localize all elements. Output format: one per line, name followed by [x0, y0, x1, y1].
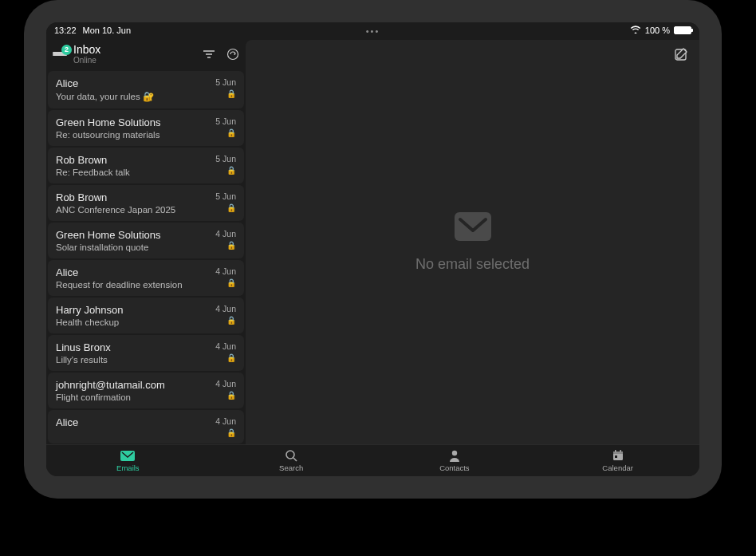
email-date: 4 Jun [215, 341, 236, 351]
nav-label: Emails [116, 463, 140, 472]
email-sender: Harry Johnson [56, 304, 215, 316]
svg-point-9 [452, 450, 457, 455]
email-item[interactable]: johnright@tutamail.comFlight confirmatio… [48, 373, 244, 408]
bottom-nav: Emails Search Contacts Calendar [46, 444, 699, 476]
email-list[interactable]: AliceYour data, your rules 🔐5 Jun🔒Green … [46, 71, 246, 444]
lock-icon: 🔒 [226, 279, 236, 287]
wifi-icon [630, 26, 641, 35]
email-date: 4 Jun [215, 379, 236, 388]
lock-icon: 🔒 [226, 429, 236, 437]
email-sender: johnright@tutamail.com [56, 379, 215, 391]
lock-icon: 🔒 [226, 204, 236, 212]
svg-point-7 [286, 451, 294, 459]
status-bar: 13:22 Mon 10. Jun ••• 100 % [46, 22, 699, 38]
email-item[interactable]: Harry JohnsonHealth checkup4 Jun🔒 [48, 298, 244, 333]
lock-icon: 🔒 [226, 167, 236, 175]
nav-label: Calendar [602, 463, 633, 472]
nav-search[interactable]: Search [210, 445, 373, 476]
email-sender: Rob Brown [56, 154, 215, 166]
email-date: 4 Jun [215, 266, 236, 276]
empty-state-text: No email selected [415, 256, 530, 273]
sidebar: 2 Inbox Online [46, 38, 246, 444]
calendar-icon [612, 450, 624, 462]
svg-rect-11 [613, 452, 623, 454]
email-subject: Lilly's results [56, 355, 215, 365]
svg-rect-14 [615, 455, 617, 458]
mail-icon [120, 450, 135, 462]
email-item[interactable]: AliceRequest for deadline extension4 Jun… [48, 260, 244, 296]
email-subject: Solar installation quote [56, 243, 215, 252]
email-sender: Alice [56, 416, 215, 428]
email-subject: Re: Feedback talk [56, 168, 215, 177]
mail-icon [454, 211, 492, 245]
email-date: 5 Jun [215, 77, 236, 87]
lock-icon: 🔒 [226, 354, 236, 362]
unread-badge: 2 [61, 45, 72, 55]
lock-icon: 🔒 [226, 129, 236, 137]
email-sender: Green Home Solutions [56, 116, 215, 128]
nav-contacts[interactable]: Contacts [373, 445, 537, 476]
battery-pct: 100 % [645, 26, 670, 35]
email-sender: Linus Bronx [56, 341, 215, 353]
email-sender: Rob Brown [56, 191, 215, 203]
content-pane: No email selected [246, 40, 699, 444]
inbox-title: Inbox [73, 43, 196, 56]
svg-rect-13 [620, 450, 621, 452]
svg-point-3 [228, 49, 238, 59]
email-subject: Health checkup [56, 317, 215, 327]
lock-icon: 🔒 [226, 317, 236, 325]
email-item[interactable]: Rob BrownANC Conference Japan 20255 Jun🔒 [48, 185, 244, 221]
email-date: 4 Jun [215, 229, 236, 239]
battery-icon [674, 26, 691, 34]
nav-label: Contacts [439, 463, 470, 472]
email-item[interactable]: Linus BronxLilly's results4 Jun🔒 [48, 335, 244, 371]
connection-status: Online [73, 56, 196, 65]
lock-icon: 🔒 [226, 392, 236, 400]
lock-icon: 🔒 [226, 90, 236, 98]
email-date: 5 Jun [215, 191, 236, 201]
svg-line-8 [293, 458, 297, 461]
nav-emails[interactable]: Emails [46, 445, 210, 476]
email-item[interactable]: Rob BrownRe: Feedback talk5 Jun🔒 [48, 148, 244, 183]
email-item[interactable]: Alice4 Jun🔒 [48, 410, 244, 444]
sync-icon[interactable] [226, 48, 239, 61]
email-subject: Request for deadline extension [56, 280, 215, 290]
email-sender: Green Home Solutions [56, 229, 215, 241]
email-date: 5 Jun [215, 116, 236, 126]
svg-rect-5 [455, 212, 491, 241]
compose-button[interactable] [674, 48, 688, 62]
email-item[interactable]: Green Home SolutionsSolar installation q… [48, 223, 244, 258]
menu-button[interactable]: 2 [53, 49, 67, 60]
email-date: 4 Jun [215, 304, 236, 313]
nav-calendar[interactable]: Calendar [536, 445, 699, 476]
person-icon [449, 450, 460, 462]
filter-icon[interactable] [203, 49, 215, 59]
status-ellipsis: ••• [366, 26, 380, 36]
email-date: 5 Jun [215, 154, 236, 164]
lock-icon: 🔒 [226, 242, 236, 250]
email-subject: Flight confirmation [56, 392, 215, 402]
email-date: 4 Jun [215, 416, 236, 426]
email-subject: ANC Conference Japan 2025 [56, 205, 215, 215]
search-icon [285, 450, 297, 462]
email-sender: Alice [56, 266, 215, 278]
nav-label: Search [279, 463, 303, 472]
email-item[interactable]: AliceYour data, your rules 🔐5 Jun🔒 [48, 71, 244, 108]
email-item[interactable]: Green Home SolutionsRe: outsourcing mate… [48, 110, 244, 146]
svg-rect-12 [615, 450, 616, 452]
email-sender: Alice [56, 77, 215, 89]
status-time: 13:22 [54, 26, 77, 35]
status-date: Mon 10. Jun [83, 26, 132, 35]
email-subject: Re: outsourcing materials [56, 130, 215, 140]
email-subject: Your data, your rules 🔐 [56, 91, 215, 102]
